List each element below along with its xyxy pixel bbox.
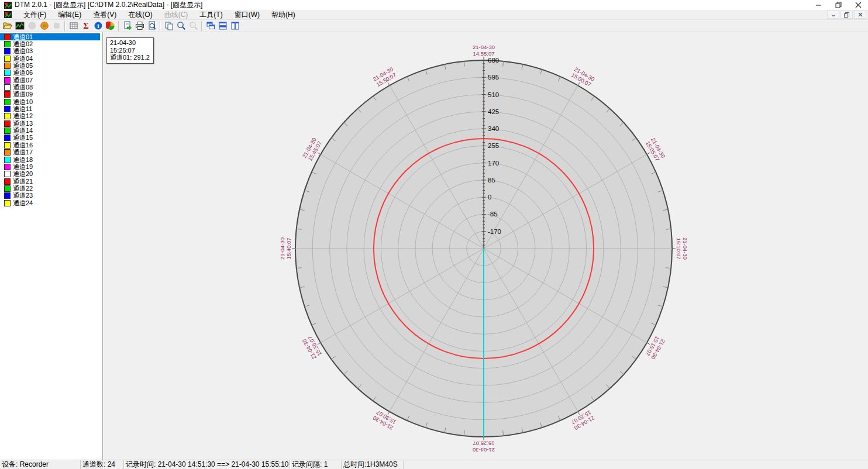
svg-text:-170: -170 [488,228,501,235]
data-table-button[interactable] [67,20,80,32]
menu-1[interactable]: 文件(F) [18,9,52,20]
channel-color-swatch [4,48,11,54]
channel-color-swatch [4,56,11,62]
title-bar: DTM 2.0.1 - [圆盘显示] [C:\DTM 2.0.2\RealDat… [0,0,868,10]
pie-chart-icon [106,21,115,30]
menu-5: 曲线(C) [159,9,194,20]
channel-item[interactable]: 通道24 [0,199,100,206]
toolbar-separator [160,21,161,31]
mdi-restore-button[interactable] [841,11,853,19]
channel-color-swatch [4,113,11,119]
svg-text:0: 0 [488,194,491,201]
svg-text:680: 680 [488,57,499,64]
magnifier-disabled-icon [189,21,198,30]
menu-7[interactable]: 窗口(W) [229,9,266,20]
menu-6[interactable]: 工具(T) [194,9,228,20]
open-folder-icon [3,21,12,30]
copy-icon [164,21,174,30]
channel-color-swatch [4,63,11,69]
menu-4[interactable]: 在线(O) [122,9,158,20]
status-section-1: 设备: Recorder [0,460,81,469]
restore-icon [835,2,842,8]
stop-button [50,20,63,32]
zoom-reset-button [187,20,199,32]
record-active-button[interactable] [38,20,50,32]
statistics-button[interactable]: Σ [80,20,92,32]
status-section-2: 通道数: 24 [81,460,124,469]
channel-color-swatch [4,185,11,192]
status-section-4: 记录间隔: 1 [290,460,342,469]
svg-text:510: 510 [488,91,499,98]
svg-text:170: 170 [488,160,499,167]
menu-bar: 文件(F)编辑(E)查看(V)在线(O)曲线(C)工具(T)窗口(W)帮助(H) [0,10,868,20]
channel-color-swatch [4,178,11,185]
close-button[interactable] [848,0,868,10]
channel-color-swatch [4,192,11,199]
angle-time-label: 21-04-3014:55:07 [473,44,495,57]
tile-vertical-button[interactable] [229,20,241,32]
toolbar-separator [118,21,119,31]
window-title: DTM 2.0.1 - [圆盘显示] [C:\DTM 2.0.2\RealDat… [15,0,202,10]
channel-color-swatch [4,77,11,84]
svg-text:21-04-30: 21-04-30 [473,44,495,50]
print-preview-button[interactable] [146,20,158,32]
channel-color-swatch [4,120,11,127]
cascade-windows-button[interactable] [204,20,216,32]
data-tooltip: 21-04-30 15:25:07 通道01: 291.2 [106,37,154,64]
channel-color-swatch [4,99,11,105]
svg-text:Σ: Σ [83,22,88,30]
svg-text:15:10:07: 15:10:07 [676,238,682,260]
zoom-button[interactable] [175,20,187,32]
tile-horizontal-button[interactable] [216,20,229,32]
minimize-button[interactable] [808,0,828,10]
export-icon [123,21,132,30]
svg-text:85: 85 [488,177,495,184]
menu-2[interactable]: 编辑(E) [52,9,87,20]
close-icon [855,2,862,8]
trend-chart-icon [15,21,25,30]
open-file-button[interactable] [1,20,13,32]
menu-3[interactable]: 查看(V) [87,9,122,20]
record-active-icon [40,21,49,30]
polar-chart[interactable]: 680595510425340255170850-85-17021-04-301… [103,32,867,460]
pie-chart-button[interactable] [104,20,116,32]
channel-list: 通道01通道02通道03通道04通道05通道06通道07通道08通道09通道10… [0,32,103,460]
channel-color-swatch [4,142,11,149]
toolbar-separator [64,21,66,31]
info-icon: i [94,21,103,30]
angle-time-label: 21-04-3015:40:07 [279,237,292,260]
mdi-minimize-icon [831,12,836,17]
svg-text:15:40:07: 15:40:07 [285,238,292,260]
tile-horizontal-icon [218,21,228,30]
export-button[interactable] [121,20,133,32]
channel-color-swatch [4,70,11,76]
channel-color-swatch [4,91,11,98]
trend-view-button[interactable] [13,20,26,32]
mdi-close-button[interactable] [854,11,866,19]
mdi-restore-icon [844,12,849,18]
svg-text:255: 255 [488,142,499,149]
restore-button[interactable] [828,0,848,10]
menu-8[interactable]: 帮助(H) [266,9,301,20]
channel-color-swatch [4,34,11,40]
chart-area: 680595510425340255170850-85-17021-04-301… [103,32,868,460]
copy-button[interactable] [163,20,175,32]
svg-text:i: i [97,23,99,29]
svg-text:21-04-30: 21-04-30 [473,447,495,453]
tooltip-value: 通道01: 291.2 [110,54,150,61]
channel-color-swatch [4,171,11,177]
minimize-icon [815,2,822,8]
channel-color-swatch [4,127,11,134]
printer-icon [135,21,144,30]
mdi-minimize-button[interactable] [827,11,839,19]
svg-text:340: 340 [488,125,499,132]
sigma-icon: Σ [81,21,91,30]
stop-icon [52,21,61,30]
svg-text:21-04-30: 21-04-30 [682,237,688,260]
info-button[interactable]: i [92,20,104,32]
tooltip-time: 15:25:07 [110,47,150,54]
record-idle-button [26,20,38,32]
toolbar: Σ i [0,20,868,32]
print-button[interactable] [133,20,146,32]
svg-text:15:25:07: 15:25:07 [473,440,495,447]
